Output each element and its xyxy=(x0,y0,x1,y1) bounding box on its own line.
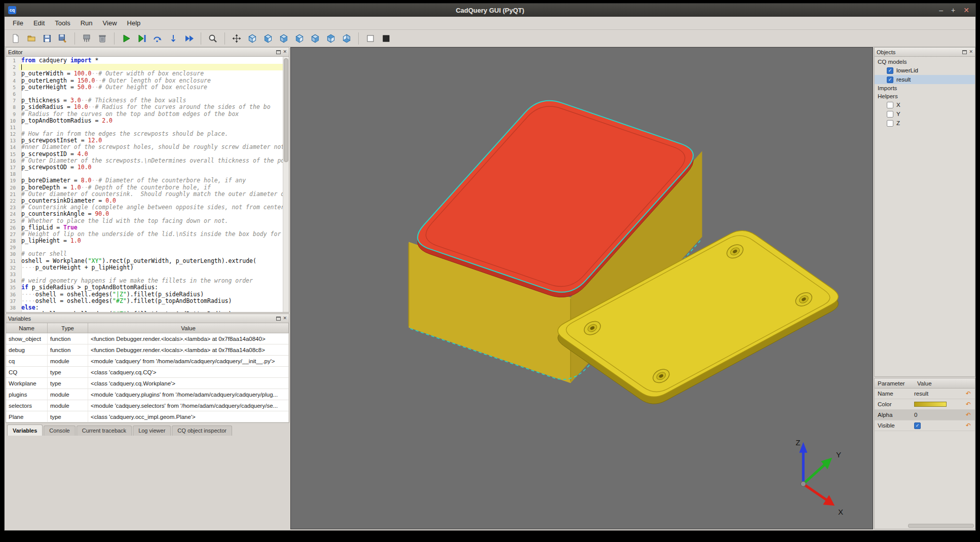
left-view-button[interactable] xyxy=(292,31,307,46)
save-as-button[interactable] xyxy=(56,31,70,46)
zoom-button[interactable] xyxy=(206,31,220,46)
code-editor[interactable]: 1from cadquery import *23p_outerWidth = … xyxy=(6,57,289,312)
tree-item-z[interactable]: Z xyxy=(875,119,975,128)
tab-log-viewer[interactable]: Log viewer xyxy=(133,425,171,436)
back-view-button[interactable] xyxy=(277,31,291,46)
menu-view[interactable]: View xyxy=(98,17,122,29)
minimize-button[interactable]: – xyxy=(939,7,943,14)
code-line-32[interactable]: 32····p_outerHeight + p_lipHeight) xyxy=(6,264,283,271)
close-panel-icon[interactable]: ✕ xyxy=(283,316,287,321)
color-swatch[interactable] xyxy=(914,402,947,407)
tree-item-result[interactable]: ✓result xyxy=(875,75,975,84)
code-line-5[interactable]: 5p_outerHeight = 50.0··# Outer height of… xyxy=(6,84,283,91)
tree-item-y[interactable]: Y xyxy=(875,109,975,119)
variable-row-Workplane[interactable]: Workplanetype<class 'cadquery.cq.Workpla… xyxy=(6,378,289,389)
tree-group-imports[interactable]: Imports xyxy=(875,84,975,92)
property-row-visible[interactable]: Visible✓↶ xyxy=(875,420,975,431)
reset-icon[interactable]: ↶ xyxy=(966,422,975,429)
code-line-39[interactable]: 39····oshell = oshell.edges("#Z").fillet… xyxy=(6,311,283,312)
front-view-button[interactable] xyxy=(261,31,275,46)
debug-button[interactable] xyxy=(135,31,149,46)
properties-scrollbar[interactable] xyxy=(908,524,974,528)
property-row-alpha[interactable]: Alpha0↶ xyxy=(875,410,975,420)
tab-variables[interactable]: Variables xyxy=(7,424,43,436)
float-panel-icon[interactable] xyxy=(962,50,967,54)
reset-icon[interactable]: ↶ xyxy=(966,401,975,407)
checkbox-lowerlid[interactable]: ✓ xyxy=(887,67,893,74)
iso-view-button[interactable] xyxy=(245,31,259,46)
tree-item-label: lowerLid xyxy=(896,67,918,73)
shaded-toggle-button[interactable] xyxy=(379,31,393,46)
variable-row-cq[interactable]: cqmodule<module 'cadquery' from '/home/a… xyxy=(6,356,289,367)
editor-scrollbar[interactable] xyxy=(283,57,289,312)
tree-group-cq-models[interactable]: CQ models xyxy=(875,58,975,66)
property-row-color[interactable]: Color↶ xyxy=(875,399,975,410)
front-view-icon xyxy=(263,33,273,44)
variable-row-plugins[interactable]: pluginsmodule<module 'cadquery.plugins' … xyxy=(6,389,289,400)
float-panel-icon[interactable] xyxy=(276,317,281,321)
save-file-button[interactable] xyxy=(40,31,54,46)
viewport-canvas[interactable]: Z Y X xyxy=(291,48,873,529)
reset-icon[interactable]: ↶ xyxy=(966,391,975,397)
maximize-button[interactable]: + xyxy=(951,7,955,14)
checkbox-visible[interactable]: ✓ xyxy=(914,422,921,429)
tree-item-lowerlid[interactable]: ✓lowerLid xyxy=(875,66,975,75)
line-number: 10 xyxy=(6,118,19,124)
tree-group-helpers[interactable]: Helpers xyxy=(875,92,975,100)
tab-console[interactable]: Console xyxy=(44,425,75,436)
open-file-button[interactable] xyxy=(24,31,39,46)
clear-button[interactable] xyxy=(80,31,94,46)
variable-row-show_object[interactable]: show_objectfunction<function Debugger.re… xyxy=(6,333,289,344)
property-row-name[interactable]: Nameresult↶ xyxy=(875,389,975,399)
wireframe-toggle-button[interactable] xyxy=(363,31,378,46)
line-number: 26 xyxy=(6,224,19,231)
column-header-type[interactable]: Type xyxy=(48,323,88,333)
menu-edit[interactable]: Edit xyxy=(28,17,50,29)
close-panel-icon[interactable]: ✕ xyxy=(283,50,287,54)
bottom-view-icon xyxy=(342,33,352,44)
table-cell: type xyxy=(48,378,88,389)
tab-cq-object-inspector[interactable]: CQ object inspector xyxy=(172,425,232,436)
editor-scrollbar-thumb[interactable] xyxy=(284,58,288,162)
property-name: Alpha xyxy=(878,412,914,418)
variable-row-CQ[interactable]: CQtype<class 'cadquery.cq.CQ'> xyxy=(6,367,289,378)
tree-item-label: Z xyxy=(896,120,900,126)
new-file-button[interactable] xyxy=(9,31,23,46)
bottom-view-button[interactable] xyxy=(340,31,354,46)
continue-button[interactable] xyxy=(182,31,196,46)
menu-file[interactable]: File xyxy=(8,17,28,29)
checkbox-result[interactable]: ✓ xyxy=(887,76,893,83)
tab-current-traceback[interactable]: Current traceback xyxy=(77,425,132,436)
code-line-1[interactable]: 1from cadquery import * xyxy=(6,57,283,64)
tree-item-x[interactable]: X xyxy=(875,100,975,109)
code-line-10[interactable]: 10p_topAndBottomRadius = 2.0 xyxy=(6,118,283,124)
right-view-button[interactable] xyxy=(308,31,322,46)
variable-row-Plane[interactable]: Planetype<class 'cadquery.occ_impl.geom.… xyxy=(6,411,289,422)
variable-row-debug[interactable]: debugfunction<function Debugger.render.<… xyxy=(6,344,289,356)
menu-help[interactable]: Help xyxy=(122,17,146,29)
code-line-37[interactable]: 37····oshell = oshell.edges("#Z").fillet… xyxy=(6,298,283,304)
run-button[interactable] xyxy=(119,31,133,46)
checkbox-x[interactable] xyxy=(887,102,893,108)
code-line-28[interactable]: 28p_lipHeight = 1.0 xyxy=(6,238,283,244)
float-panel-icon[interactable] xyxy=(276,50,281,54)
column-header-value[interactable]: Value xyxy=(88,323,289,333)
title-bar[interactable]: cq CadQuery GUI (PyQT) – + ✕ xyxy=(5,4,975,17)
tree-item-label: result xyxy=(896,76,911,83)
top-view-button[interactable] xyxy=(324,31,338,46)
reset-icon[interactable]: ↶ xyxy=(966,412,975,418)
variable-row-selectors[interactable]: selectorsmodule<module 'cadquery.selecto… xyxy=(6,400,289,411)
code-line-17[interactable]: 17p_screwpostOD = 10.0 xyxy=(6,164,283,171)
delete-button[interactable] xyxy=(95,31,109,46)
step-into-button[interactable] xyxy=(166,31,180,46)
close-button[interactable]: ✕ xyxy=(963,7,969,14)
column-header-name[interactable]: Name xyxy=(6,323,48,333)
fit-view-button[interactable] xyxy=(230,31,244,46)
checkbox-z[interactable] xyxy=(887,120,893,127)
menu-run[interactable]: Run xyxy=(76,17,98,29)
step-over-button[interactable] xyxy=(150,31,165,46)
viewport-3d[interactable]: Z Y X xyxy=(290,47,873,529)
menu-tools[interactable]: Tools xyxy=(50,17,75,29)
checkbox-y[interactable] xyxy=(887,111,893,118)
close-panel-icon[interactable]: ✕ xyxy=(969,50,973,54)
